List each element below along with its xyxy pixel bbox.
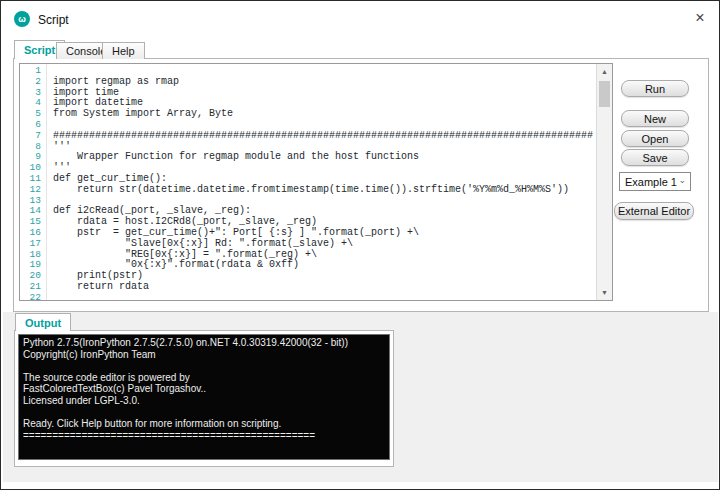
line-number: 17: [20, 239, 46, 250]
save-button[interactable]: Save: [621, 149, 689, 166]
console-line: [23, 407, 385, 419]
code-line[interactable]: [53, 293, 596, 300]
tab-output[interactable]: Output: [15, 313, 71, 331]
scroll-down-icon[interactable]: ▼: [597, 285, 612, 300]
tab-output-label: Output: [25, 317, 61, 329]
line-number: 5: [20, 109, 46, 120]
console-line: Ready. Click Help button for more inform…: [23, 418, 385, 430]
console-line: ========================================…: [23, 430, 385, 442]
run-button[interactable]: Run: [621, 80, 689, 97]
line-number: 1: [20, 66, 46, 77]
code-line[interactable]: "Slave[0x{:x}] Rd: ".format(_slave) +\: [53, 239, 596, 250]
example-select-value: Example 1: [625, 176, 677, 188]
window-title: Script: [38, 13, 69, 27]
line-number-gutter: 12345678910111213141516171819202122: [20, 64, 47, 300]
scrollbar-thumb[interactable]: [599, 81, 610, 107]
code-line[interactable]: from System import Array, Byte: [53, 109, 596, 120]
line-number: 22: [20, 293, 46, 301]
line-number: 8: [20, 142, 46, 153]
output-console[interactable]: Python 2.7.5(IronPython 2.7.5(2.7.5.0) o…: [18, 334, 390, 460]
console-line: FastColoredTextBox(c) Pavel Torgashov..: [23, 383, 385, 395]
script-window: ω Script × Script Console Help 123456789…: [0, 0, 720, 490]
line-number: 3: [20, 88, 46, 99]
line-number: 12: [20, 185, 46, 196]
code-lines[interactable]: import regmap as rmapimport timeimport d…: [53, 64, 596, 300]
code-line[interactable]: return rdata: [53, 282, 596, 293]
tab-help-label: Help: [112, 45, 135, 57]
external-editor-button[interactable]: External Editor: [614, 202, 694, 220]
console-line: Licensed under LGPL-3.0.: [23, 395, 385, 407]
code-line[interactable]: ########################################…: [53, 131, 596, 142]
open-button[interactable]: Open: [621, 130, 689, 147]
tab-console-label: Console: [66, 45, 106, 57]
chevron-down-icon: ⌄: [678, 175, 686, 185]
line-number: 7: [20, 131, 46, 142]
example-select[interactable]: Example 1 ⌄: [619, 172, 691, 191]
code-line[interactable]: import regmap as rmap: [53, 77, 596, 88]
tab-script-label: Script: [24, 44, 55, 56]
console-line: Python 2.7.5(IronPython 2.7.5(2.7.5.0) o…: [23, 337, 385, 349]
console-line: [23, 360, 385, 372]
line-number: 2: [20, 77, 46, 88]
line-number: 6: [20, 120, 46, 131]
tab-help[interactable]: Help: [102, 42, 145, 59]
code-line[interactable]: Wrapper Function for regmap module and t…: [53, 152, 596, 163]
code-line[interactable]: return str(datetime.datetime.fromtimesta…: [53, 185, 596, 196]
editor-vertical-scrollbar[interactable]: ▲ ▼: [596, 64, 612, 300]
console-line: Copyright(c) IronPython Team: [23, 349, 385, 361]
close-icon[interactable]: ×: [689, 7, 711, 29]
line-number: 4: [20, 98, 46, 109]
scroll-up-icon[interactable]: ▲: [597, 64, 612, 79]
new-button[interactable]: New: [621, 110, 689, 127]
app-logo-icon: ω: [14, 11, 30, 27]
console-line: The source code editor is powered by: [23, 372, 385, 384]
code-editor[interactable]: 12345678910111213141516171819202122 impo…: [19, 63, 613, 301]
